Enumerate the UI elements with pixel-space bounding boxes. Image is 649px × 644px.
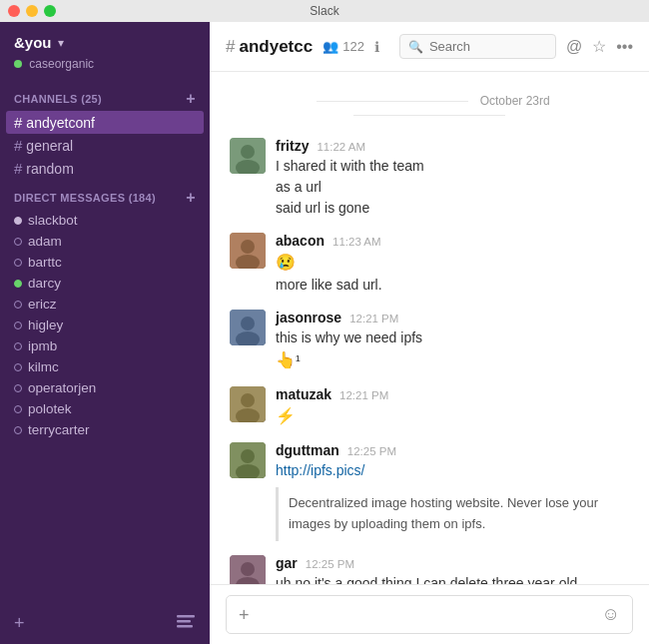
channel-hash-icon: # [14, 160, 22, 177]
messages-area: October 23rd fritzy 11:22 AM I shared it… [210, 72, 649, 584]
dm-item-ericz[interactable]: ericz [0, 294, 210, 315]
msg-text: I shared it with the teamas a urlsaid ur… [276, 156, 629, 219]
dm-item-darcy[interactable]: darcy [0, 273, 210, 294]
dm-name: slackbot [28, 213, 78, 228]
sidebar-header: &you ▾ [0, 22, 210, 57]
svg-rect-1 [177, 620, 191, 623]
msg-author: dguttman [276, 442, 339, 458]
add-dm-button[interactable]: + [186, 190, 196, 206]
dm-status-dot [14, 280, 22, 288]
msg-header-jasonrose: jasonrose 12:21 PM [276, 310, 629, 325]
msg-time: 12:25 PM [347, 445, 396, 457]
msg-body-fritzy: fritzy 11:22 AM I shared it with the tea… [276, 138, 629, 219]
channel-hash-icon: # [14, 114, 22, 131]
channel-item-general[interactable]: # general [0, 134, 210, 157]
msg-text: http://ipfs.pics/ Decentralized image ho… [276, 460, 629, 541]
dm-status-dot [14, 384, 22, 392]
title-bar: Slack [0, 0, 649, 22]
message-group-abacon: abacon 11:23 AM 😢more like sad url. [230, 233, 629, 296]
workspace-header-left: &you ▾ [14, 34, 64, 51]
dm-item-slackbot[interactable]: slackbot [0, 210, 210, 231]
dm-item-ipmb[interactable]: ipmb [0, 335, 210, 356]
dm-status-dot [14, 405, 22, 413]
dm-status-dot [14, 238, 22, 246]
close-button[interactable] [8, 5, 20, 17]
message-group-dguttman: dguttman 12:25 PM http://ipfs.pics/ Dece… [230, 442, 629, 541]
channel-item-random[interactable]: # random [0, 157, 210, 180]
at-symbol-button[interactable]: @ [566, 38, 582, 56]
search-input[interactable] [429, 39, 547, 54]
avatar-dguttman [230, 442, 266, 478]
message-group-jasonrose: jasonrose 12:21 PM this is why we need i… [230, 310, 629, 372]
dm-item-terrycarter[interactable]: terrycarter [0, 419, 210, 440]
member-count: 👥 122 [323, 39, 364, 54]
dm-item-adam[interactable]: adam [0, 231, 210, 252]
minimize-button[interactable] [26, 5, 38, 17]
channel-item-andyetconf[interactable]: # andyetconf [6, 111, 204, 134]
compose-icon[interactable] [176, 614, 196, 633]
app-layout: &you ▾ caseorganic CHANNELS (25) + # and… [0, 22, 649, 644]
search-icon: 🔍 [408, 40, 423, 54]
dm-name: ericz [28, 297, 57, 312]
msg-header-abacon: abacon 11:23 AM [276, 233, 629, 249]
dm-item-higley[interactable]: higley [0, 315, 210, 335]
message-input[interactable] [258, 607, 594, 623]
add-new-button[interactable]: + [14, 613, 25, 634]
dm-item-kilmc[interactable]: kilmc [0, 356, 210, 377]
avatar-abacon [230, 233, 266, 269]
info-icon[interactable]: ℹ [374, 39, 379, 55]
avatar-jasonrose [230, 310, 266, 345]
dm-status-dot [14, 259, 22, 267]
svg-rect-0 [177, 615, 195, 618]
msg-body-jasonrose: jasonrose 12:21 PM this is why we need i… [276, 310, 629, 372]
sidebar: &you ▾ caseorganic CHANNELS (25) + # and… [0, 22, 210, 644]
msg-author: matuzak [276, 386, 331, 402]
search-box[interactable]: 🔍 [399, 34, 556, 59]
chevron-down-icon[interactable]: ▾ [58, 36, 64, 50]
dm-status-dot [14, 322, 22, 329]
date-label: October 23rd [480, 94, 550, 108]
star-button[interactable]: ☆ [592, 37, 606, 56]
msg-time: 12:25 PM [306, 558, 354, 570]
msg-header-fritzy: fritzy 11:22 AM [276, 138, 629, 154]
main-content: # andyetcc 👥 122 ℹ 🔍 @ ☆ ••• October 23r… [210, 22, 649, 644]
channel-header: # andyetcc 👥 122 ℹ 🔍 @ ☆ ••• [210, 22, 649, 72]
channels-section-header: CHANNELS (25) + [0, 81, 210, 111]
dm-label: DIRECT MESSAGES (184) [14, 192, 156, 204]
message-group-fritzy: fritzy 11:22 AM I shared it with the tea… [230, 138, 629, 219]
msg-header-matuzak: matuzak 12:21 PM [276, 386, 629, 402]
user-status: caseorganic [0, 57, 210, 81]
channel-name: random [26, 161, 73, 177]
ipfs-link[interactable]: http://ipfs.pics/ [276, 462, 364, 478]
msg-body-matuzak: matuzak 12:21 PM ⚡ [276, 386, 629, 428]
dm-name: barttc [28, 255, 62, 270]
svg-point-10 [241, 317, 255, 330]
msg-body-gar: gar 12:25 PM uh no it's a good thing I c… [276, 555, 629, 584]
svg-rect-2 [177, 625, 193, 628]
message-group-gar: gar 12:25 PM uh no it's a good thing I c… [230, 555, 629, 584]
workspace-name[interactable]: &you [14, 34, 52, 51]
msg-author: abacon [276, 233, 324, 249]
add-channel-button[interactable]: + [186, 91, 196, 107]
window-title: Slack [310, 4, 338, 18]
maximize-button[interactable] [44, 5, 56, 17]
msg-text: 😢more like sad url. [276, 251, 629, 296]
msg-body-dguttman: dguttman 12:25 PM http://ipfs.pics/ Dece… [276, 442, 629, 541]
emoji-button[interactable]: ☺ [602, 604, 620, 625]
attach-button[interactable]: + [239, 606, 250, 624]
msg-time: 11:22 AM [317, 141, 365, 153]
link-preview: Decentralized image hosting website. Nev… [276, 487, 629, 541]
dm-item-polotek[interactable]: polotek [0, 398, 210, 419]
channel-hash-icon: # [14, 137, 22, 154]
people-icon: 👥 [323, 39, 338, 54]
msg-author: jasonrose [276, 310, 341, 325]
svg-point-19 [241, 562, 255, 576]
dm-list: slackbot adam barttc darcy ericz higley [0, 210, 210, 440]
dm-status-dot [14, 426, 22, 434]
dm-status-dot [14, 217, 22, 225]
more-options-button[interactable]: ••• [616, 38, 633, 56]
dm-item-operatorjen[interactable]: operatorjen [0, 377, 210, 398]
channels-label: CHANNELS (25) [14, 93, 102, 105]
username-label: caseorganic [29, 57, 94, 71]
dm-item-barttc[interactable]: barttc [0, 252, 210, 273]
